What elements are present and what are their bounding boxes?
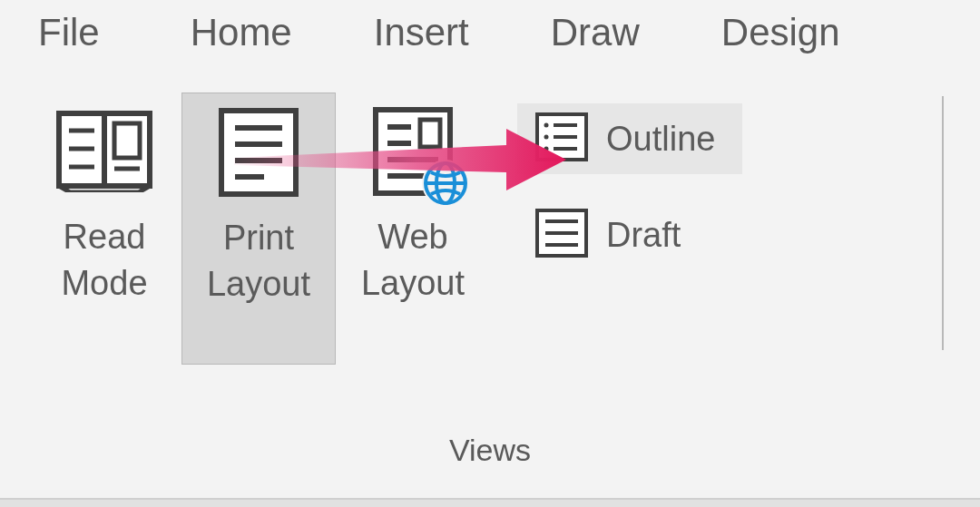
tab-design[interactable]: Design [694, 11, 849, 54]
web-layout-label: Web Layout [361, 214, 465, 307]
tab-home[interactable]: Home [163, 11, 347, 54]
tab-file[interactable]: File [0, 11, 163, 54]
read-mode-icon [56, 102, 152, 201]
globe-icon [422, 160, 469, 207]
read-mode-button[interactable]: Read Mode [27, 93, 181, 365]
svg-point-26 [544, 147, 549, 151]
bottom-border [0, 498, 980, 507]
ribbon-panel: Read Mode Print Layout [0, 76, 980, 475]
outline-button[interactable]: Outline [517, 103, 742, 174]
ribbon-tabs: File Home Insert Draw Design [0, 0, 980, 76]
svg-rect-7 [221, 111, 296, 194]
print-layout-icon [219, 102, 299, 202]
web-layout-button[interactable]: Web Layout [336, 93, 490, 365]
draft-icon [535, 209, 588, 261]
print-layout-button[interactable]: Print Layout [181, 93, 336, 365]
draft-label: Draft [606, 216, 681, 255]
outline-label: Outline [606, 120, 715, 159]
draft-button[interactable]: Draft [517, 200, 742, 270]
group-separator [942, 96, 944, 350]
outline-icon [535, 112, 588, 165]
svg-point-24 [544, 135, 549, 140]
tab-draw[interactable]: Draw [524, 11, 694, 54]
read-mode-label: Read Mode [61, 214, 147, 307]
svg-point-22 [544, 123, 549, 128]
views-group-label: Views [32, 433, 948, 468]
web-layout-icon [373, 102, 453, 201]
print-layout-label: Print Layout [207, 215, 310, 308]
tab-insert[interactable]: Insert [347, 11, 524, 54]
